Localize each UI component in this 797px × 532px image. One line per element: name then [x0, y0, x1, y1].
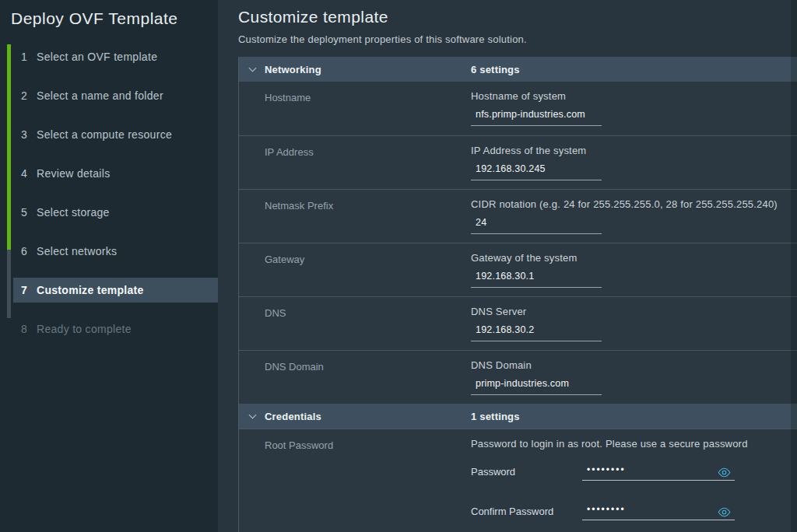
- show-password-icon[interactable]: [718, 467, 731, 478]
- wizard-steps: 1 Select an OVF template 2 Select a name…: [0, 44, 218, 351]
- section-label: Credentials: [265, 411, 321, 422]
- setting-row-ip-address: IP Address IP Address of the system: [239, 135, 797, 189]
- customize-template-panel: Customize template Customize the deploym…: [218, 0, 797, 532]
- setting-row-netmask-prefix: Netmask Prefix CIDR notation (e.g. 24 fo…: [239, 189, 797, 243]
- step-number: 1: [21, 51, 37, 63]
- netmask-prefix-input[interactable]: [471, 217, 602, 234]
- sidebar-step-select-networks[interactable]: 6 Select networks: [0, 239, 218, 273]
- setting-row-gateway: Gateway Gateway of the system: [239, 243, 797, 296]
- confirm-password-field: Confirm Password: [471, 502, 797, 520]
- setting-label: Hostname: [239, 90, 471, 128]
- hostname-input[interactable]: [471, 109, 602, 126]
- step-number: 4: [21, 167, 37, 180]
- section-header-credentials[interactable]: Credentials 1 settings: [239, 404, 797, 429]
- sidebar-step-review-details[interactable]: 4 Review details: [0, 161, 218, 195]
- dns-domain-input[interactable]: [471, 378, 602, 395]
- sidebar-step-ready-to-complete[interactable]: 8 Ready to complete: [0, 317, 218, 351]
- setting-row-root-password: Root Password Password to login in as ro…: [239, 429, 797, 532]
- section-label: Networking: [265, 64, 321, 75]
- deploy-ovf-template-dialog: Deploy OVF Template 1 Select an OVF temp…: [0, 0, 797, 532]
- gateway-input[interactable]: [471, 271, 602, 288]
- step-label: Review details: [37, 167, 110, 180]
- sidebar-step-select-storage[interactable]: 5 Select storage: [0, 200, 218, 234]
- step-label: Select networks: [37, 245, 117, 257]
- setting-row-dns-domain: DNS Domain DNS Domain: [239, 350, 797, 404]
- setting-label: IP Address: [239, 145, 471, 181]
- dialog-title: Deploy OVF Template: [11, 9, 218, 28]
- sidebar-step-select-ovf-template[interactable]: 1 Select an OVF template: [0, 44, 218, 79]
- setting-description: Password to login in as root. Please use…: [471, 438, 797, 450]
- wizard-sidebar: Deploy OVF Template 1 Select an OVF temp…: [0, 0, 218, 532]
- setting-description: IP Address of the system: [471, 145, 797, 156]
- setting-description: Gateway of the system: [471, 252, 797, 264]
- step-number: 2: [21, 89, 37, 102]
- sidebar-step-select-compute-resource[interactable]: 3 Select a compute resource: [0, 122, 218, 156]
- ip-address-input[interactable]: [471, 163, 602, 180]
- setting-row-hostname: Hostname Hostname of system: [239, 82, 797, 135]
- step-label: Customize template: [37, 284, 144, 296]
- step-label: Select an OVF template: [37, 51, 157, 63]
- settings-table: Networking 6 settings Hostname Hostname …: [238, 57, 797, 532]
- chevron-down-icon[interactable]: [249, 411, 257, 418]
- setting-description: DNS Server: [471, 306, 797, 317]
- confirm-password-input[interactable]: [582, 504, 735, 520]
- setting-label: Root Password: [239, 438, 471, 532]
- step-number: 7: [21, 284, 37, 296]
- page-subtitle: Customize the deployment properties of t…: [238, 33, 797, 45]
- scrollbar-track[interactable]: [791, 0, 797, 532]
- page-title: Customize template: [238, 8, 797, 26]
- password-input[interactable]: [582, 464, 735, 480]
- setting-label: Netmask Prefix: [239, 198, 471, 235]
- show-confirm-password-icon[interactable]: [718, 507, 731, 517]
- setting-row-dns: DNS DNS Server: [239, 296, 797, 350]
- chevron-down-icon[interactable]: [249, 64, 257, 72]
- confirm-password-label: Confirm Password: [471, 506, 582, 517]
- step-number: 6: [21, 245, 37, 257]
- setting-label: DNS: [239, 306, 471, 342]
- section-settings-count: 6 settings: [471, 64, 797, 75]
- setting-description: DNS Domain: [471, 359, 797, 371]
- step-number: 3: [21, 128, 37, 141]
- step-number: 8: [21, 323, 37, 335]
- password-label: Password: [471, 466, 582, 478]
- setting-description: CIDR notation (e.g. 24 for 255.255.255.0…: [471, 198, 797, 210]
- dns-input[interactable]: [471, 324, 602, 341]
- setting-label: Gateway: [239, 252, 471, 289]
- password-field: Password: [471, 462, 797, 481]
- setting-label: DNS Domain: [239, 359, 471, 396]
- setting-description: Hostname of system: [471, 90, 797, 102]
- sidebar-step-customize-template[interactable]: 7 Customize template: [0, 278, 218, 312]
- step-label: Select storage: [37, 206, 110, 219]
- section-header-networking[interactable]: Networking 6 settings: [239, 57, 797, 82]
- step-label: Ready to complete: [37, 323, 132, 335]
- step-label: Select a name and folder: [37, 89, 163, 102]
- step-label: Select a compute resource: [37, 128, 172, 141]
- section-settings-count: 1 settings: [471, 411, 797, 422]
- step-number: 5: [21, 206, 37, 219]
- sidebar-step-select-name-folder[interactable]: 2 Select a name and folder: [0, 83, 218, 117]
